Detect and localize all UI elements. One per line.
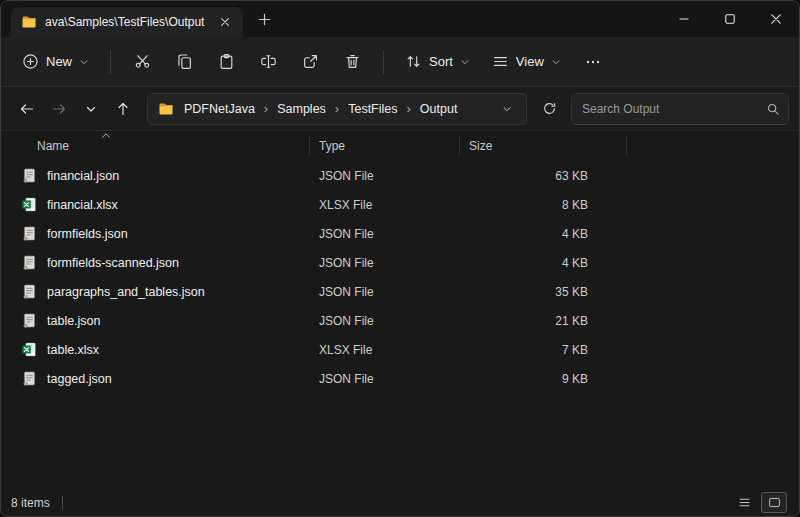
file-size: 4 KB <box>459 227 626 241</box>
breadcrumb-item[interactable]: PDFNetJava <box>178 100 261 118</box>
sort-arrows-icon <box>405 53 422 70</box>
column-header-type[interactable]: Type <box>309 139 459 153</box>
column-divider[interactable] <box>459 137 460 155</box>
address-dropdown-icon[interactable] <box>496 98 518 120</box>
plus-circle-icon <box>22 53 39 70</box>
new-tab-button[interactable] <box>249 5 279 33</box>
up-button[interactable] <box>107 93 139 125</box>
file-size: 8 KB <box>459 198 626 212</box>
breadcrumb-item[interactable]: TestFiles <box>342 100 403 118</box>
file-row[interactable]: formfields.json JSON File 4 KB <box>1 219 799 248</box>
copy-icon <box>176 53 193 70</box>
toolbar-separator <box>110 50 111 74</box>
json-file-icon <box>21 225 38 242</box>
file-row[interactable]: paragraphs_and_tables.json JSON File 35 … <box>1 277 799 306</box>
file-type-icon <box>21 370 38 387</box>
file-list: financial.json JSON File 63 KB financ <box>1 161 799 393</box>
column-divider[interactable] <box>309 137 310 155</box>
maximize-button[interactable] <box>707 1 753 37</box>
tab-close-icon[interactable] <box>215 12 235 32</box>
file-type: JSON File <box>309 227 459 241</box>
file-type: XLSX File <box>309 343 459 357</box>
breadcrumb-item[interactable]: Output <box>414 100 464 118</box>
paste-button[interactable] <box>207 45 245 79</box>
explorer-tab[interactable]: ava\Samples\TestFiles\Output <box>11 7 243 37</box>
json-file-icon <box>21 312 38 329</box>
new-button[interactable]: New <box>13 45 98 79</box>
more-options-button[interactable] <box>574 45 612 79</box>
refresh-button[interactable] <box>533 93 565 125</box>
file-size: 35 KB <box>459 285 626 299</box>
file-row[interactable]: financial.xlsx XLSX File 8 KB <box>1 190 799 219</box>
titlebar: ava\Samples\TestFiles\Output <box>1 1 799 37</box>
file-row[interactable]: formfields-scanned.json JSON File 4 KB <box>1 248 799 277</box>
breadcrumb: PDFNetJava › Samples › TestFiles › Outpu… <box>178 100 492 118</box>
delete-button[interactable] <box>333 45 371 79</box>
view-toggles <box>731 492 789 513</box>
file-row[interactable]: table.json JSON File 21 KB <box>1 306 799 335</box>
sort-button[interactable]: Sort <box>396 45 479 79</box>
chevron-down-icon <box>551 57 561 67</box>
large-icons-view-toggle[interactable] <box>761 492 787 513</box>
details-view-toggle[interactable] <box>731 492 757 513</box>
file-type: JSON File <box>309 285 459 299</box>
file-type: XLSX File <box>309 198 459 212</box>
items-count: 8 items <box>11 496 50 510</box>
view-button-label: View <box>516 54 544 69</box>
rename-button[interactable] <box>249 45 287 79</box>
file-type-icon <box>21 312 38 329</box>
column-header-name[interactable]: Name <box>1 139 309 153</box>
ellipsis-icon <box>585 54 601 70</box>
sort-ascending-icon <box>101 132 111 139</box>
close-button[interactable] <box>753 1 799 37</box>
recent-locations-button[interactable] <box>75 93 107 125</box>
back-button[interactable] <box>11 93 43 125</box>
file-type-icon <box>21 225 38 242</box>
file-name: tagged.json <box>47 372 112 386</box>
xlsx-file-icon <box>21 196 38 213</box>
xlsx-file-icon <box>21 341 38 358</box>
file-row[interactable]: tagged.json JSON File 9 KB <box>1 364 799 393</box>
file-type: JSON File <box>309 169 459 183</box>
file-type: JSON File <box>309 314 459 328</box>
forward-button[interactable] <box>43 93 75 125</box>
column-header-size[interactable]: Size <box>459 139 626 153</box>
navigation-bar: PDFNetJava › Samples › TestFiles › Outpu… <box>1 87 799 131</box>
folder-icon <box>21 14 37 30</box>
search-input[interactable] <box>582 102 766 116</box>
file-type: JSON File <box>309 372 459 386</box>
json-file-icon <box>21 167 38 184</box>
address-bar[interactable]: PDFNetJava › Samples › TestFiles › Outpu… <box>147 93 527 125</box>
breadcrumb-separator: › <box>263 101 269 116</box>
file-type-icon <box>21 167 38 184</box>
breadcrumb-separator: › <box>406 101 412 116</box>
trash-icon <box>344 53 361 70</box>
clipboard-icon <box>218 53 235 70</box>
file-size: 63 KB <box>459 169 626 183</box>
view-lines-icon <box>492 53 509 70</box>
sort-button-label: Sort <box>429 54 453 69</box>
file-name: paragraphs_and_tables.json <box>47 285 205 299</box>
chevron-down-icon <box>460 57 470 67</box>
file-row[interactable]: table.xlsx XLSX File 7 KB <box>1 335 799 364</box>
file-row[interactable]: financial.json JSON File 63 KB <box>1 161 799 190</box>
file-size: 7 KB <box>459 343 626 357</box>
cut-button[interactable] <box>123 45 161 79</box>
file-type-icon <box>21 341 38 358</box>
command-bar: New <box>1 37 799 87</box>
search-box <box>571 93 789 125</box>
json-file-icon <box>21 283 38 300</box>
file-name: formfields-scanned.json <box>47 256 179 270</box>
column-divider[interactable] <box>626 137 627 155</box>
status-bar: 8 items <box>1 489 799 516</box>
file-explorer-window: ava\Samples\TestFiles\Output New <box>0 0 800 517</box>
file-name: financial.xlsx <box>47 198 118 212</box>
view-button[interactable]: View <box>483 45 570 79</box>
file-type-icon <box>21 196 38 213</box>
minimize-button[interactable] <box>661 1 707 37</box>
share-icon <box>302 53 319 70</box>
breadcrumb-item[interactable]: Samples <box>271 100 332 118</box>
copy-button[interactable] <box>165 45 203 79</box>
share-button[interactable] <box>291 45 329 79</box>
window-controls <box>661 1 799 37</box>
